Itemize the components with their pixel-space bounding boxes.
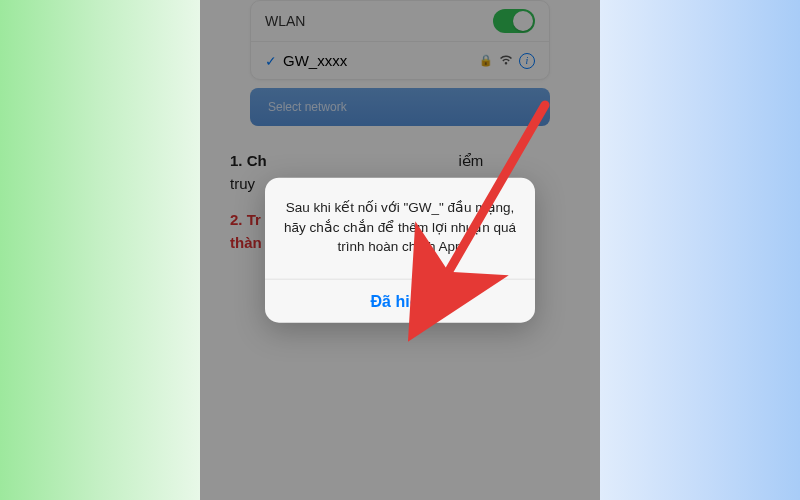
alert-message: Sau khi kết nối với "GW_" đầu mạng, hãy …	[265, 178, 535, 279]
decorative-right-panel	[600, 0, 800, 500]
phone-screen-area: WLAN ✓ GW_xxxx 🔒 i Select network 1. Ch	[200, 0, 600, 500]
alert-ok-button[interactable]: Đã hiểu	[265, 279, 535, 322]
alert-dialog: Sau khi kết nối với "GW_" đầu mạng, hãy …	[265, 178, 535, 323]
decorative-left-panel	[0, 0, 200, 500]
